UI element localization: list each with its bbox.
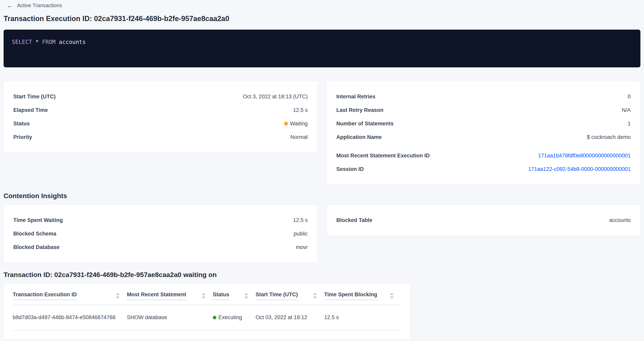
waiting-on-heading: Transaction ID: 02ca7931-f246-469b-b2fe-… — [4, 271, 640, 279]
summary-card-right: Internal Retries 0 Last Retry Reason N/A… — [326, 81, 640, 185]
back-arrow-icon: ← — [7, 2, 13, 8]
info-value: 1 — [628, 121, 631, 127]
cell-start-time: Oct 03, 2022 at 18:12 — [256, 305, 324, 330]
status-executing-dot — [213, 316, 216, 319]
cell-most-recent-statement: SHOW database — [127, 305, 213, 330]
info-label: Application Name — [336, 134, 382, 140]
info-label: Elapsed Time — [13, 107, 48, 113]
info-label: Time Spent Waiting — [13, 217, 63, 223]
waiting-transactions-table-card: Transaction Execution ID Most Recent Sta… — [4, 284, 410, 339]
cell-transaction-execution-id: b8d7d03a-d497-446b-8474-e50846674768 — [13, 305, 127, 330]
column-header-status[interactable]: Status — [213, 284, 256, 305]
info-label: Blocked Database — [13, 244, 60, 250]
info-value: movr — [296, 244, 308, 250]
sort-icon[interactable] — [244, 293, 248, 299]
sql-query-text: SELECT * FROM accounts — [12, 39, 86, 45]
info-label: Blocked Schema — [13, 231, 56, 237]
info-row-number-of-statements: Number of Statements 1 — [336, 117, 631, 130]
contention-card-left: Time Spent Waiting 12.5 s Blocked Schema… — [4, 205, 318, 263]
info-value: 0 — [628, 94, 631, 100]
page-title: Transaction Execution ID: 02ca7931-f246-… — [4, 14, 640, 23]
info-row-status: Status Waiting — [13, 117, 308, 130]
info-value: public — [294, 231, 308, 237]
table-header-row: Transaction Execution ID Most Recent Sta… — [13, 284, 401, 305]
info-row-last-retry-reason: Last Retry Reason N/A — [336, 103, 631, 117]
info-label: Number of Statements — [336, 121, 394, 127]
transaction-details-page: ← Active Transactions Transaction Execut… — [0, 0, 644, 339]
sql-query-box: SELECT * FROM accounts — [4, 30, 640, 67]
waiting-transactions-table: Transaction Execution ID Most Recent Sta… — [13, 284, 401, 331]
status-waiting-dot — [284, 122, 288, 126]
info-value: Oct 3, 2022 at 18:13 (UTC) — [243, 94, 308, 100]
session-id-link[interactable]: 171aa122-c092-54b8-0000-000000000001 — [528, 166, 631, 172]
info-row-priority: Priority Normal — [13, 130, 308, 144]
info-value: Normal — [290, 134, 308, 140]
column-header-start-time[interactable]: Start Time (UTC) — [256, 284, 324, 305]
info-row-blocked-schema: Blocked Schema public — [13, 227, 308, 240]
column-header-most-recent-statement[interactable]: Most Recent Statement — [127, 284, 213, 305]
info-label: Priority — [13, 134, 32, 140]
sort-icon[interactable] — [390, 293, 394, 299]
info-row-session-id: Session ID 171aa122-c092-54b8-0000-00000… — [336, 162, 631, 176]
cell-status: Executing — [213, 305, 256, 330]
breadcrumb-back-link[interactable]: ← Active Transactions — [4, 2, 62, 8]
info-row-time-spent-waiting: Time Spent Waiting 12.5 s — [13, 213, 308, 227]
info-label: Start Time (UTC) — [13, 94, 56, 100]
summary-card-left: Start Time (UTC) Oct 3, 2022 at 18:13 (U… — [4, 81, 318, 153]
column-header-transaction-execution-id[interactable]: Transaction Execution ID — [13, 284, 127, 305]
cell-time-spent-blocking: 12.5 s — [324, 305, 401, 330]
info-label: Status — [13, 121, 30, 127]
breadcrumb-label: Active Transactions — [17, 2, 62, 8]
info-label: Internal Retries — [336, 94, 376, 100]
sort-icon[interactable] — [116, 293, 120, 299]
sort-icon[interactable] — [202, 293, 206, 299]
info-label: Last Retry Reason — [336, 107, 384, 113]
info-row-elapsed-time: Elapsed Time 12.5 s — [13, 103, 308, 117]
column-header-time-spent-blocking[interactable]: Time Spent Blocking — [324, 284, 401, 305]
status-badge: Waiting — [284, 121, 308, 127]
info-label: Session ID — [336, 166, 364, 172]
info-value: accounts — [609, 217, 631, 223]
info-row-blocked-table: Blocked Table accounts — [336, 213, 631, 227]
info-value: $ cockroach demo — [587, 134, 631, 140]
info-value: N/A — [622, 107, 631, 113]
info-value: 12.5 s — [293, 107, 308, 113]
info-label: Most Recent Statement Execution ID — [336, 153, 430, 159]
statement-execution-id-link[interactable]: 171aa1b478fdf0e80000000000000001 — [538, 153, 631, 159]
contention-insights-heading: Contention Insights — [4, 192, 640, 200]
sort-icon[interactable] — [313, 293, 317, 299]
info-row-internal-retries: Internal Retries 0 — [336, 90, 631, 103]
info-row-application-name: Application Name $ cockroach demo — [336, 130, 631, 144]
info-row-statement-execution-id: Most Recent Statement Execution ID 171aa… — [336, 149, 631, 162]
info-row-start-time: Start Time (UTC) Oct 3, 2022 at 18:13 (U… — [13, 90, 308, 103]
info-row-blocked-database: Blocked Database movr — [13, 240, 308, 254]
card-divider — [336, 146, 631, 146]
status-badge: Executing — [213, 314, 256, 321]
table-row: b8d7d03a-d497-446b-8474-e50846674768 SHO… — [13, 305, 401, 330]
info-label: Blocked Table — [336, 217, 372, 223]
contention-card-right: Blocked Table accounts — [326, 205, 640, 236]
info-value: 12.5 s — [293, 217, 308, 223]
